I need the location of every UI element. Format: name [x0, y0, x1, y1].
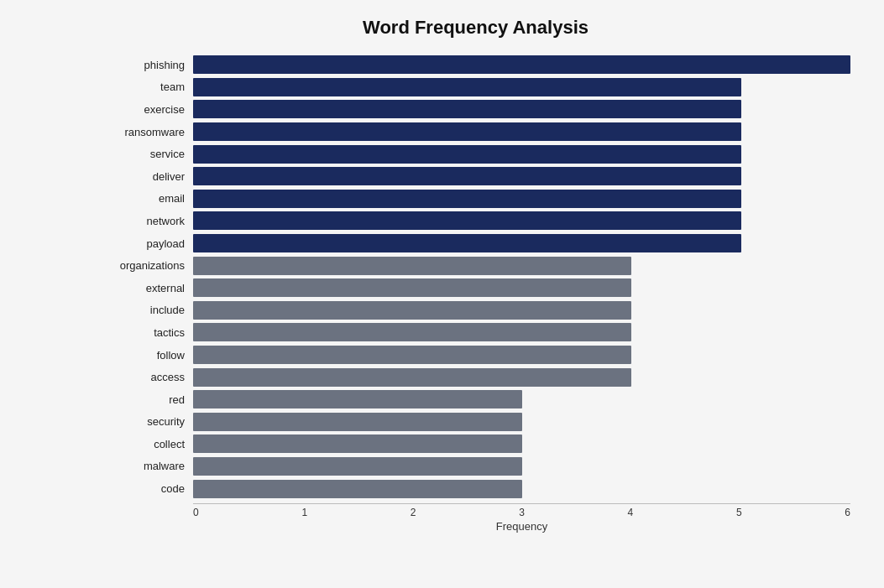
bar-fill: [193, 145, 741, 164]
bar-track: [193, 167, 850, 185]
bar-track: [193, 457, 850, 476]
bar-row: code: [101, 477, 850, 500]
bar-label: organizations: [101, 259, 193, 272]
bar-row: payload: [101, 232, 850, 255]
bar-label: tactics: [101, 326, 193, 339]
x-axis-tick: 5: [736, 507, 742, 518]
bar-label: deliver: [101, 170, 193, 183]
bar-fill: [193, 323, 631, 341]
x-axis-tick: 4: [628, 507, 634, 518]
bar-label: include: [101, 304, 193, 316]
bar-track: [193, 55, 850, 74]
bar-label: collect: [101, 438, 193, 450]
bar-fill: [193, 457, 522, 476]
bar-track: [193, 480, 850, 498]
bar-row: red: [101, 388, 850, 411]
bar-row: malware: [101, 455, 850, 478]
bar-row: network: [101, 210, 850, 232]
bar-row: access: [101, 366, 850, 388]
bar-fill: [193, 301, 631, 320]
bar-row: follow: [101, 344, 850, 367]
bar-label: phishing: [101, 59, 193, 71]
bar-track: [193, 211, 850, 230]
bar-track: [193, 278, 850, 297]
bar-label: malware: [101, 460, 193, 472]
bar-fill: [193, 100, 741, 118]
bar-fill: [193, 78, 741, 96]
bar-track: [193, 434, 850, 453]
bar-track: [193, 100, 850, 118]
bar-fill: [193, 413, 522, 431]
bar-track: [193, 368, 850, 387]
bar-row: email: [101, 188, 850, 211]
bar-row: exercise: [101, 98, 850, 121]
bar-fill: [193, 257, 631, 275]
bar-label: exercise: [101, 103, 193, 116]
bar-row: service: [101, 143, 850, 165]
bar-fill: [193, 346, 631, 364]
bar-track: [193, 413, 850, 431]
bar-label: external: [101, 282, 193, 294]
x-axis-tick: 0: [193, 507, 199, 518]
bar-fill: [193, 278, 631, 297]
bar-fill: [193, 211, 741, 230]
bar-track: [193, 234, 850, 252]
bar-row: phishing: [101, 54, 850, 76]
bar-track: [193, 257, 850, 275]
bar-label: code: [101, 482, 193, 495]
bar-fill: [193, 234, 741, 252]
bar-track: [193, 346, 850, 364]
bar-track: [193, 323, 850, 341]
bar-label: ransomware: [101, 126, 193, 138]
bar-fill: [193, 480, 522, 498]
x-axis-tick: 3: [519, 507, 525, 518]
bar-track: [193, 390, 850, 408]
bar-label: service: [101, 148, 193, 160]
bar-label: email: [101, 192, 193, 205]
bar-row: collect: [101, 433, 850, 455]
chart-container: Word Frequency Analysis phishingteamexer…: [0, 0, 884, 588]
bar-row: external: [101, 277, 850, 299]
bar-label: access: [101, 371, 193, 383]
x-axis-tick: 2: [411, 507, 416, 518]
bar-track: [193, 145, 850, 164]
x-axis-title: Frequency: [193, 520, 850, 533]
bar-fill: [193, 122, 741, 141]
bar-track: [193, 122, 850, 141]
bar-fill: [193, 167, 741, 185]
bar-fill: [193, 55, 850, 74]
bar-track: [193, 78, 850, 96]
bar-fill: [193, 434, 522, 453]
bar-row: include: [101, 299, 850, 322]
bar-track: [193, 301, 850, 320]
bar-label: team: [101, 81, 193, 93]
bar-row: team: [101, 76, 850, 99]
bar-row: deliver: [101, 165, 850, 188]
bar-label: follow: [101, 349, 193, 362]
bar-row: organizations: [101, 254, 850, 277]
bar-label: payload: [101, 237, 193, 250]
chart-title: Word Frequency Analysis: [101, 17, 850, 39]
bar-label: security: [101, 415, 193, 428]
bar-row: ransomware: [101, 121, 850, 143]
bar-row: security: [101, 411, 850, 434]
bar-fill: [193, 190, 741, 208]
bar-track: [193, 190, 850, 208]
bar-fill: [193, 368, 631, 387]
bar-row: tactics: [101, 321, 850, 344]
bar-fill: [193, 390, 522, 408]
x-axis-tick: 6: [845, 507, 850, 518]
bar-label: network: [101, 215, 193, 227]
x-axis-tick: 1: [301, 507, 307, 518]
bar-label: red: [101, 393, 193, 406]
